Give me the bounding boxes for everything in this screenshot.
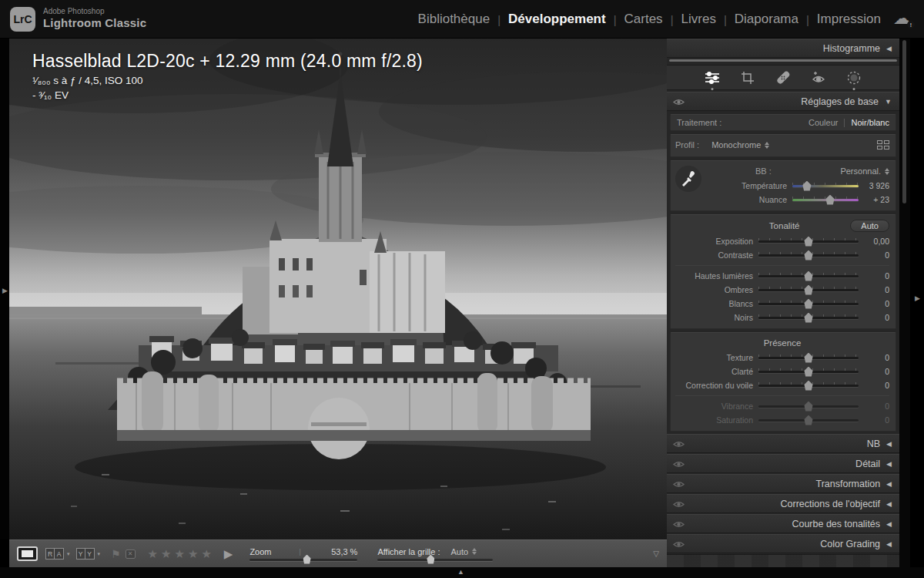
edit-sliders-tool[interactable] — [704, 69, 721, 86]
brand-bottom-label: Lightroom Classic — [43, 16, 146, 29]
nb-title: NB — [867, 439, 880, 449]
texture-slider-track[interactable] — [758, 357, 859, 359]
treatment-color-option[interactable]: Couleur — [808, 118, 839, 127]
profile-browser-grid-icon[interactable] — [877, 140, 889, 150]
panel-scrollbar-thumb[interactable] — [902, 40, 906, 203]
blacks-value: 0 — [859, 313, 889, 322]
blacks-slider-track[interactable] — [758, 317, 859, 319]
bottom-toolbar: RA ▾ YY ▾ ⚑ ✕ ★★★★★ ▶ Zoom | 53,3 % Affi… — [9, 539, 667, 567]
clarity-slider-track[interactable] — [758, 371, 859, 373]
toolbar-options-dropdown-icon[interactable]: ▽ — [653, 549, 659, 558]
dehaze-slider-track[interactable] — [758, 385, 859, 387]
histogram-panel-header[interactable]: Histogramme ◀ — [667, 39, 899, 58]
treatment-bw-option[interactable]: Noir/blanc — [851, 118, 889, 127]
flag-pick-icon[interactable]: ⚑ — [111, 548, 121, 560]
right-panel-edge-strip[interactable]: ▶ — [910, 39, 924, 578]
highlights-label: Hautes lumières — [675, 271, 758, 281]
panel-header-nb[interactable]: NB◀ — [667, 434, 899, 453]
develop-panel-column: Histogramme ◀ — [667, 39, 899, 578]
transformation-eye-icon[interactable] — [673, 479, 685, 490]
tint-label: Nuance — [709, 195, 792, 204]
highlights-slider-track[interactable] — [758, 275, 859, 277]
grid-slider-track[interactable] — [377, 559, 493, 561]
impromptu-slideshow-icon[interactable]: ▶ — [224, 547, 233, 561]
exposure-slider-track[interactable] — [758, 240, 859, 243]
contrast-slider-track[interactable] — [758, 254, 859, 257]
wb-preset-value[interactable]: Personnal. — [840, 166, 881, 176]
texture-label: Texture — [675, 353, 758, 362]
crop-tool[interactable] — [739, 69, 756, 86]
collapse-left-icon: ◀ — [886, 45, 892, 52]
panel-header-transformation[interactable]: Transformation◀ — [667, 474, 899, 493]
tone-auto-button[interactable]: Auto — [850, 220, 889, 232]
red-eye-tool[interactable] — [810, 69, 827, 86]
left-panel-collapsed-strip[interactable]: ▶ — [0, 39, 9, 539]
panel-header-tone-curve[interactable]: Courbe des tonalités◀ — [667, 514, 899, 533]
basic-panel-eye-icon[interactable] — [673, 96, 685, 108]
profile-updown-icon[interactable] — [765, 142, 769, 149]
tone-box: Tonalité Auto Exposition 0,00 Contraste … — [670, 214, 896, 329]
nb-eye-icon[interactable] — [673, 439, 685, 450]
before-after-tb-icon[interactable]: YY — [76, 548, 95, 560]
color-grading-eye-icon[interactable] — [673, 539, 685, 550]
right-panel-collapse-arrow[interactable]: ▶ — [915, 294, 920, 302]
tint-value: + 23 — [859, 195, 889, 204]
eyedropper-icon — [680, 170, 697, 187]
vibrance-value: 0 — [859, 402, 889, 411]
panel-header-detail[interactable]: Détail◀ — [667, 454, 899, 473]
module-impression[interactable]: Impression — [809, 12, 889, 27]
filmstrip-expand-arrow[interactable]: ▲ — [457, 568, 464, 576]
photo-viewer[interactable]: Hasselblad L2D-20c + 12.29 mm (24.0 mm f… — [9, 39, 667, 539]
whites-label: Blancs — [675, 299, 758, 308]
panel-header-lens-corrections[interactable]: Corrections de l'objectif◀ — [667, 494, 899, 513]
presence-divider — [675, 395, 889, 396]
before-after-tb-caret-icon[interactable]: ▾ — [98, 551, 101, 557]
top-bar: LrC Adobe Photoshop Lightroom Classic Bi… — [0, 0, 924, 39]
collapse-left-icon: ◀ — [886, 460, 892, 468]
whites-slider-track[interactable] — [758, 303, 859, 305]
profile-value[interactable]: Monochrome — [711, 140, 761, 150]
wb-eyedropper-button[interactable] — [675, 166, 701, 192]
tool-dot — [853, 88, 855, 90]
vibrance-slider-thumb — [804, 402, 813, 412]
main-area: ▶ — [0, 39, 924, 539]
healing-tool[interactable] — [775, 69, 792, 86]
before-after-lr-caret-icon[interactable]: ▾ — [67, 551, 70, 557]
saturation-slider-row: Saturation 0 — [675, 413, 889, 427]
grid-value[interactable]: Auto — [451, 547, 469, 556]
temperature-slider-track[interactable] — [792, 185, 859, 187]
module-developpement[interactable]: Développement — [500, 12, 614, 27]
wb-updown-icon[interactable] — [885, 168, 889, 175]
treatment-row: Traitement : Couleur Noir/blanc — [670, 114, 896, 131]
detail-eye-icon[interactable] — [673, 459, 685, 470]
clarity-value: 0 — [859, 367, 889, 376]
masking-tool[interactable] — [845, 69, 862, 86]
tint-slider-track[interactable] — [792, 199, 859, 201]
lightroom-window: LrC Adobe Photoshop Lightroom Classic Bi… — [0, 0, 924, 578]
panel-scrollbar[interactable] — [899, 39, 910, 578]
before-after-lr-icon[interactable]: RA — [45, 548, 64, 560]
tone-curve-eye-icon[interactable] — [673, 519, 685, 530]
basic-panel-header[interactable]: Réglages de base ▼ — [667, 92, 899, 111]
zoom-slider-track[interactable] — [249, 559, 357, 561]
texture-slider-row: Texture 0 — [675, 351, 889, 365]
cloud-sync-icon[interactable]: ☁ ! — [893, 11, 913, 28]
shadows-slider-track[interactable] — [758, 289, 859, 291]
texture-value: 0 — [859, 353, 889, 362]
white-balance-box: BB : Personnal. Température 3 926 — [670, 160, 896, 211]
lens-corrections-eye-icon[interactable] — [673, 499, 685, 510]
star-rating[interactable]: ★★★★★ — [148, 547, 215, 561]
module-bibliotheque[interactable]: Bibliothèque — [410, 12, 498, 27]
module-diaporama[interactable]: Diaporama — [727, 12, 806, 27]
temperature-label: Température — [709, 181, 792, 190]
module-cartes[interactable]: Cartes — [617, 12, 671, 27]
left-panel-expand-arrow[interactable]: ▶ — [2, 287, 8, 294]
whites-slider-row: Blancs 0 — [675, 297, 889, 311]
tint-slider-row: Nuance + 23 — [709, 193, 889, 207]
loupe-view-icon[interactable] — [17, 546, 38, 561]
panel-header-color-grading[interactable]: Color Grading◀ — [667, 534, 899, 553]
module-livres[interactable]: Livres — [674, 12, 724, 27]
grid-updown-icon[interactable] — [472, 548, 477, 555]
flag-reject-icon[interactable]: ✕ — [126, 549, 136, 559]
filmstrip-collapsed-strip[interactable]: ▲ — [0, 567, 924, 578]
